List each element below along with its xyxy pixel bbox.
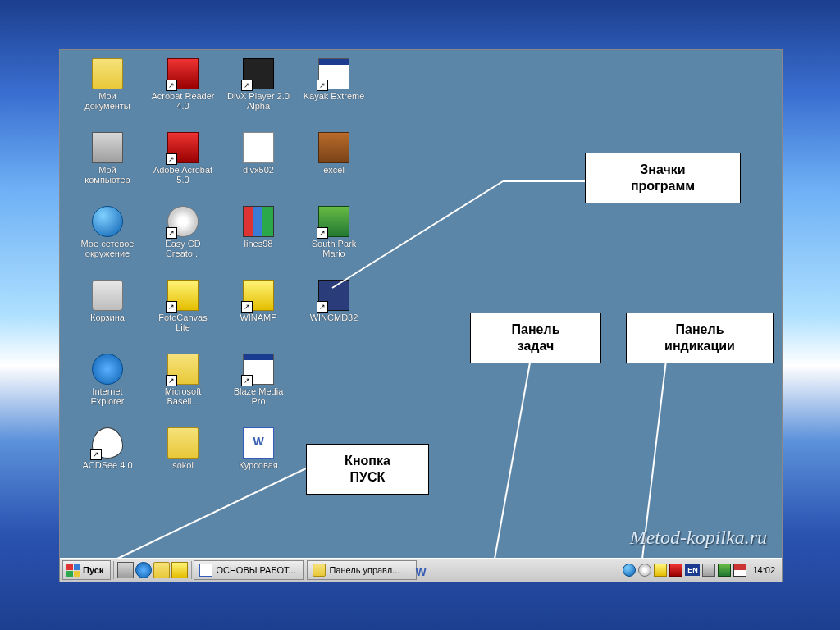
icon-label: ACDSee 4.0 (75, 460, 140, 470)
desktop-icon-wincmd32[interactable]: ↗WINCMD32 (301, 280, 367, 322)
desktop-icon-acdsee[interactable]: ↗ACDSee 4.0 (75, 427, 140, 470)
shortcut-arrow-icon: ↗ (241, 80, 253, 91)
lines98-icon (243, 206, 274, 237)
excel-icon (318, 132, 349, 163)
desktop-icon-acrobat-reader[interactable]: ↗Acrobat Reader 4.0 (150, 58, 216, 111)
taskbar: Пуск ОСНОВЫ РАБОТ... Панель управл... EN… (60, 558, 782, 582)
icon-label: Acrobat Reader 4.0 (150, 91, 216, 111)
icon-label: Microsoft Baseli... (150, 386, 216, 406)
desktop-icon-recycle-bin[interactable]: Корзина (75, 280, 140, 322)
icon-label: divx502 (226, 165, 291, 175)
icon-label: sokol (150, 460, 216, 470)
desktop-icon-my-computer[interactable]: Мой компьютер (75, 132, 140, 185)
icon-label: lines98 (226, 239, 291, 249)
desktop-icon-sokol[interactable]: sokol (150, 427, 216, 470)
icon-label: Мое сетевое окружение (75, 239, 140, 258)
icon-label: WINCMD32 (301, 313, 367, 322)
desktop-icon-fotocanvas[interactable]: ↗FotoCanvas Lite (150, 280, 216, 332)
shortcut-arrow-icon: ↗ (166, 375, 177, 386)
desktop-icon-divx-player[interactable]: ↗DivX Player 2.0 Alpha (226, 58, 291, 111)
desktop-icon-network-places[interactable]: Мое сетевое окружение (75, 206, 140, 258)
shortcut-arrow-icon: ↗ (317, 80, 328, 91)
icon-label: Мои документы (75, 91, 140, 111)
desktop-icon-blaze-media[interactable]: ↗Blaze Media Pro (226, 354, 291, 406)
shortcut-arrow-icon: ↗ (317, 301, 328, 313)
desktop-icon-adobe-acrobat[interactable]: ↗Adobe Acrobat 5.0 (150, 132, 216, 185)
icon-label: Мой компьютер (75, 165, 140, 185)
network-places-icon (92, 206, 123, 237)
ms-baseli-icon: ↗ (167, 354, 199, 385)
icon-label: Корзина (75, 313, 140, 322)
icon-label: Blaze Media Pro (226, 386, 291, 406)
winamp-icon: ↗ (243, 280, 274, 311)
icon-label: Kayak Extreme (301, 91, 367, 101)
icon-label: DivX Player 2.0 Alpha (226, 91, 291, 111)
fotocanvas-icon: ↗ (167, 280, 199, 311)
wincmd32-icon: ↗ (318, 280, 349, 311)
desktop-icon-internet-explorer[interactable]: Internet Explorer (75, 354, 140, 406)
desktop-icon-easy-cd[interactable]: ↗Easy CD Creato... (150, 206, 216, 258)
icon-label: excel (301, 165, 367, 175)
desktop-icon-winamp[interactable]: ↗WINAMP (226, 280, 291, 322)
desktop-icon-ms-baseli[interactable]: ↗Microsoft Baseli... (150, 354, 216, 406)
shortcut-arrow-icon: ↗ (317, 227, 328, 239)
internet-explorer-icon (92, 354, 123, 385)
desktop-icon-my-documents[interactable]: Мои документы (75, 58, 140, 111)
my-computer-icon (92, 132, 123, 163)
desktop-icon-south-park[interactable]: ↗South Park Mario (301, 206, 367, 258)
icon-label: Курсовая (226, 460, 291, 470)
desktop-icon-kayak-extreme[interactable]: ↗Kayak Extreme (301, 58, 367, 101)
desktop-icon-excel[interactable]: excel (301, 132, 367, 175)
taskbar-task-1[interactable]: ОСНОВЫ РАБОТ... (194, 560, 304, 580)
icon-label: FotoCanvas Lite (150, 313, 216, 332)
watermark-text: Metod-kopilka.ru (630, 527, 767, 549)
shortcut-arrow-icon: ↗ (166, 153, 177, 165)
kursovaya-icon (243, 427, 274, 459)
callout-program-icons: Значкипрограмм (585, 153, 741, 203)
callout-start-button: КнопкаПУСК (306, 444, 429, 495)
easy-cd-icon: ↗ (167, 206, 199, 237)
desktop-icon-divx502[interactable]: divx502 (226, 132, 291, 175)
divx-player-icon: ↗ (243, 58, 274, 89)
shortcut-arrow-icon: ↗ (166, 80, 177, 91)
recycle-bin-icon (92, 280, 123, 311)
divx502-icon (243, 132, 274, 163)
callout-taskbar: Панельзадач (470, 313, 601, 363)
sokol-icon (167, 427, 199, 459)
shortcut-arrow-icon: ↗ (241, 301, 253, 313)
icon-label: WINAMP (226, 313, 291, 322)
desktop-icon-lines98[interactable]: lines98 (226, 206, 291, 249)
desktop-screenshot: Мои документы↗Acrobat Reader 4.0↗DivX Pl… (59, 49, 783, 582)
my-documents-icon (92, 58, 123, 89)
acdsee-icon: ↗ (92, 427, 123, 459)
desktop-icon-kursovaya[interactable]: Курсовая (226, 427, 291, 470)
kayak-extreme-icon: ↗ (318, 58, 349, 89)
blaze-media-icon: ↗ (243, 354, 274, 385)
icon-label: Easy CD Creato... (150, 239, 216, 258)
south-park-icon: ↗ (318, 206, 349, 237)
icon-label: Adobe Acrobat 5.0 (150, 165, 216, 185)
callout-tray: Панельиндикации (626, 313, 774, 363)
shortcut-arrow-icon: ↗ (241, 375, 253, 386)
acrobat-reader-icon: ↗ (167, 58, 199, 89)
shortcut-arrow-icon: ↗ (90, 449, 102, 460)
shortcut-arrow-icon: ↗ (166, 227, 177, 239)
word-icon (199, 564, 212, 577)
icon-label: South Park Mario (301, 239, 367, 258)
shortcut-arrow-icon: ↗ (166, 301, 177, 313)
adobe-acrobat-icon: ↗ (167, 132, 199, 163)
icon-label: Internet Explorer (75, 386, 140, 406)
